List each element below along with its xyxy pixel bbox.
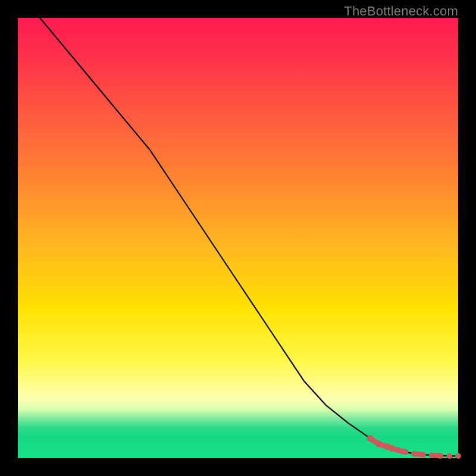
highlight-dot (438, 453, 444, 459)
highlight-dot (402, 449, 408, 455)
chart-stage: TheBottleneck.com (0, 0, 476, 476)
highlight-dot (429, 452, 435, 458)
highlight-dot (446, 453, 452, 459)
highlight-dot (411, 451, 417, 457)
highlight-dot (394, 447, 400, 453)
series-container (40, 18, 461, 459)
highlight-dot (420, 452, 426, 458)
plot-area (18, 18, 458, 458)
highlight-dot (375, 441, 382, 447)
highlight-dot (367, 435, 374, 441)
attribution-label: TheBottleneck.com (344, 4, 458, 19)
bottleneck-curve (40, 18, 458, 456)
highlight-dot (455, 453, 461, 459)
chart-svg (18, 18, 458, 458)
